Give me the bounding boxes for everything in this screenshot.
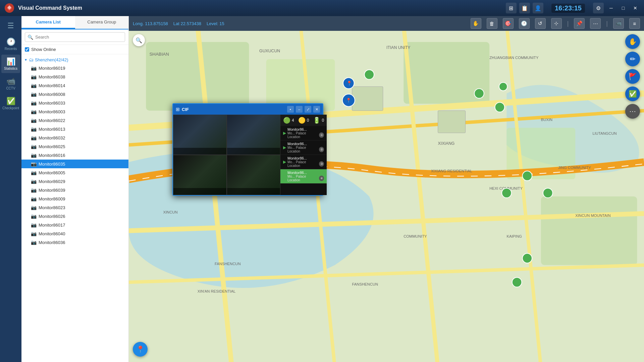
camera-item[interactable]: 📷 Monitor86019 [21, 64, 128, 72]
settings-icon-btn[interactable]: ⚙ [593, 3, 604, 13]
map-more-btn[interactable]: ⋯ [625, 104, 640, 119]
camera-icon: 📷 [31, 187, 37, 193]
cif-content: 🟢 4 🟡 0 🔋 0 ▶ [173, 115, 323, 195]
camera-item[interactable]: 📷 Monitor86022 [21, 116, 128, 125]
cif-stat-green: 🟢 4 [283, 117, 294, 124]
map-check-btn[interactable]: ✅ [625, 86, 640, 101]
camera-icon: 📷 [31, 196, 37, 201]
sidebar-statistics-label: Statistics [4, 67, 17, 70]
map-edit-btn[interactable]: ✏ [625, 52, 640, 66]
camera-icon: 📷 [31, 126, 37, 132]
minimize-btn[interactable]: ─ [606, 3, 616, 13]
camera-item[interactable]: 📷 Monitor86017 [21, 221, 128, 229]
camera-item[interactable]: 📷 Monitor86033 [21, 99, 128, 107]
camera-item[interactable]: 📷 Monitor86032 [21, 133, 128, 142]
pin-tool-btn[interactable]: 📌 [574, 18, 585, 29]
camera-item[interactable]: 📷 Monitor86036 [21, 238, 128, 247]
cif-list-item[interactable]: ▶ Monitor86... Mo... Palace Location ④ [280, 169, 327, 184]
camera-item[interactable]: 📷 Monitor86005 [21, 168, 128, 177]
map-area[interactable]: Long. 113.875158 Lat 22.573438 Level: 15… [129, 16, 644, 362]
maximize-btn[interactable]: □ [619, 3, 628, 13]
svg-rect-6 [541, 196, 637, 265]
cif-video-inner-4 [227, 155, 280, 195]
cif-grid-icon[interactable]: ⊞ [176, 107, 180, 112]
svg-text:LIUTANGCUN: LIUTANGCUN [592, 131, 616, 135]
camera-item[interactable]: 📷 Monitor86035 [21, 160, 128, 168]
camera-icon: 📷 [31, 92, 37, 97]
camera-icon: 📷 [31, 179, 37, 184]
camera-item[interactable]: 📷 Monitor86003 [21, 107, 128, 116]
map-location-button[interactable]: 📍 [133, 342, 148, 357]
cif-titlebar: ⊞ CIF ▪ – ⤢ ✕ [173, 104, 323, 115]
camera-item[interactable]: 📷 Monitor86013 [21, 125, 128, 133]
close-btn[interactable]: ✕ [631, 3, 640, 13]
cif-video-3 [173, 155, 227, 195]
sidebar-item-checkpoint[interactable]: ✅ Checkpoint [1, 94, 20, 113]
tab-camera-group[interactable]: Camera Group [75, 16, 129, 29]
tab-camera-list[interactable]: Camera List [21, 16, 75, 29]
svg-text:XIXIANG RESIDENTIAL: XIXIANG RESIDENTIAL [431, 169, 472, 173]
select-tool-btn[interactable]: ⊹ [551, 18, 562, 29]
cif-green-icon: 🟢 [283, 117, 290, 124]
svg-point-45 [523, 253, 532, 263]
grid-icon-btn[interactable]: ⊞ [506, 3, 517, 13]
cif-popup: ⊞ CIF ▪ – ⤢ ✕ [172, 103, 323, 196]
cif-list-item[interactable]: ▶ Monitor86... Mo... Palace Location ② [280, 140, 327, 155]
separator: | [567, 20, 569, 27]
camera-name: Monitor86014 [39, 83, 65, 88]
tree-root[interactable]: ▼ 🗂 Shenzhen(42/42) [21, 56, 128, 64]
hand-tool-btn[interactable]: ✋ [471, 18, 481, 29]
show-online-label[interactable]: Show Online [31, 47, 56, 52]
camera-item[interactable]: 📷 Monitor86039 [21, 186, 128, 194]
svg-rect-3 [266, 59, 335, 111]
target-tool-btn[interactable]: 🎯 [503, 18, 514, 29]
refresh-tool-btn[interactable]: ↺ [535, 18, 546, 29]
delete-tool-btn[interactable]: 🗑 [487, 18, 497, 29]
camera-item[interactable]: 📷 Monitor86014 [21, 81, 128, 90]
document-icon-btn[interactable]: 📋 [519, 3, 530, 13]
camera-name: Monitor86025 [39, 144, 65, 149]
cif-item-arrow: ▶ [283, 131, 286, 135]
show-online-checkbox[interactable] [25, 47, 29, 52]
cif-battery-icon: 🔋 [313, 117, 320, 124]
cif-list-item[interactable]: ▶ Monitor86... Mo... Palace Location ① [280, 126, 327, 140]
cif-monitor-btn[interactable]: ▪ [287, 106, 294, 113]
camera-item[interactable]: 📷 Monitor86026 [21, 212, 128, 221]
camera-item[interactable]: 📷 Monitor86040 [21, 229, 128, 238]
camera-view-btn[interactable]: 📹 [613, 18, 624, 29]
map-flag-btn[interactable]: 🚩 [625, 69, 640, 84]
cif-minimize-btn[interactable]: – [296, 106, 303, 113]
sidebar-item-statistics[interactable]: 📊 Statistics [1, 55, 20, 73]
cif-expand-btn[interactable]: ⤢ [305, 106, 311, 113]
map-hand-btn[interactable]: ✋ [625, 34, 640, 49]
list-view-btn[interactable]: ≡ [629, 18, 640, 29]
camera-item[interactable]: 📷 Monitor86023 [21, 203, 128, 212]
camera-icon: 📷 [31, 231, 37, 236]
user-icon-btn[interactable]: 👤 [533, 3, 543, 13]
sidebar-item-recents[interactable]: 🕐 Recents [1, 35, 20, 53]
camera-name: Monitor86033 [39, 101, 65, 106]
search-input[interactable] [25, 32, 125, 42]
map-search-button[interactable]: 🔍 [133, 34, 145, 46]
camera-item[interactable]: 📷 Monitor86038 [21, 72, 128, 81]
sidebar-item-cctv[interactable]: 📹 CCTV [1, 74, 20, 93]
app-title: Visual Command System [18, 5, 506, 11]
level-display: Level: 15 [207, 21, 224, 26]
camera-item[interactable]: 📷 Monitor86029 [21, 177, 128, 186]
cif-list-item[interactable]: ▶ Monitor86... Mo... Palace Location ③ [280, 155, 327, 169]
camera-name: Monitor86039 [39, 188, 65, 193]
title-icons: ⊞ 📋 👤 16:23:15 ⚙ ─ □ ✕ [506, 3, 640, 13]
camera-item[interactable]: 📷 Monitor86016 [21, 151, 128, 160]
camera-icon: 📷 [31, 161, 37, 167]
camera-list-items: 📷 Monitor86019📷 Monitor86038📷 Monitor860… [21, 64, 128, 247]
camera-name: Monitor86013 [39, 127, 65, 132]
cif-close-btn[interactable]: ✕ [313, 106, 320, 113]
sidebar-item-menu[interactable]: ☰ [1, 19, 20, 34]
camera-item[interactable]: 📷 Monitor86009 [21, 194, 128, 203]
more-tool-btn[interactable]: ⋯ [590, 18, 601, 29]
camera-name: Monitor86003 [39, 109, 65, 114]
map-background: SHABIAN GUXUCUN ITIAN UNITY ZHUANGBIAN C… [129, 31, 644, 362]
clock-tool-btn[interactable]: 🕐 [519, 18, 530, 29]
camera-item[interactable]: 📷 Monitor86025 [21, 142, 128, 151]
camera-item[interactable]: 📷 Monitor86008 [21, 90, 128, 99]
